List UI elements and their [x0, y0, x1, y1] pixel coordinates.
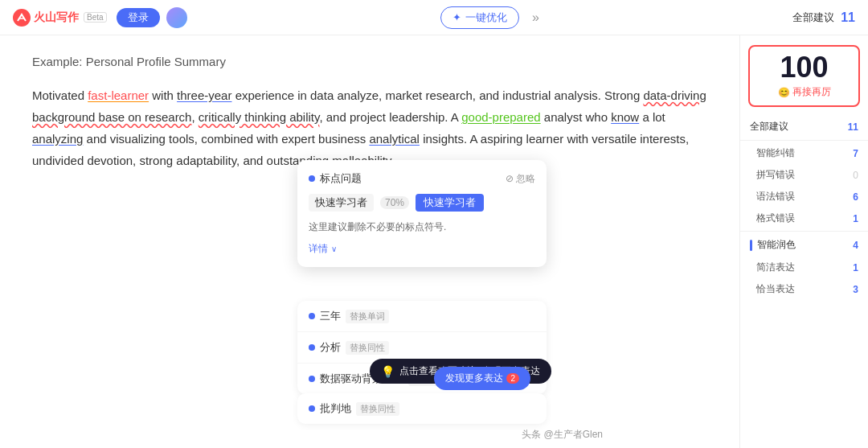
popup-title-area: 标点问题	[309, 171, 362, 186]
score-sub: 😊 再接再厉	[756, 85, 852, 99]
item-label-2: 分析	[320, 340, 341, 355]
word-critically-thinking[interactable]: critically thinking ability	[199, 110, 320, 124]
optimize-label: 一键优化	[465, 10, 507, 25]
tone-label-1: 恰当表达	[756, 282, 795, 296]
cat-item-appropriate[interactable]: 恰当表达 3	[740, 278, 868, 300]
last-item-label: 批判地	[320, 401, 351, 416]
discover-button[interactable]: 发现更多表达 2	[434, 367, 530, 390]
all-label: 全部建议	[750, 120, 788, 134]
popup-header: 标点问题 ⊘ 忽略	[309, 171, 535, 186]
main-area: Example: Personal Profile Summary Motiva…	[0, 35, 868, 448]
optimize-button[interactable]: ✦ 一键优化	[440, 6, 519, 29]
list-item[interactable]: 三年 替换单词	[297, 301, 547, 332]
last-item-tag: 替换同性	[356, 402, 399, 416]
ignore-label: 忽略	[516, 172, 535, 186]
right-categories: 全部建议 11 智能纠错 7 拼写错误 0 语法错误 6 格式错误 1	[740, 107, 868, 308]
item-tag-2: 替换同性	[346, 341, 389, 355]
suggestions-label: 全部建议	[792, 10, 834, 25]
cat-label-3: 格式错误	[756, 212, 795, 225]
original-word: 快速学习者	[309, 194, 374, 212]
all-suggestions-header[interactable]: 全部建议 11	[740, 115, 868, 138]
chevron-down-icon: ∨	[331, 245, 337, 253]
smart-tone-header[interactable]: 智能润色 4	[740, 233, 868, 257]
ignore-icon: ⊘	[506, 173, 514, 184]
beta-badge: Beta	[84, 12, 107, 23]
last-list-item[interactable]: 批判地 替换同性	[297, 393, 547, 424]
discover-label: 发现更多表达	[445, 372, 503, 385]
score-number: 100	[756, 53, 852, 82]
cat-count-2: 6	[853, 191, 858, 203]
smart-tone-label: 智能润色	[757, 238, 796, 252]
bulb-icon: 💡	[381, 365, 395, 378]
last-item-dot	[309, 405, 315, 412]
divider-2	[740, 231, 868, 232]
cat-label-2: 语法错误	[756, 190, 795, 203]
navbar-right: 全部建议 11	[792, 10, 855, 25]
all-count: 11	[848, 121, 858, 133]
score-sub-text: 再接再厉	[792, 85, 831, 99]
popup-detail[interactable]: 详情 ∨	[309, 242, 535, 256]
divider	[740, 140, 868, 141]
svg-point-0	[13, 9, 31, 27]
discover-badge: 2	[506, 373, 519, 384]
cat-item-grammar[interactable]: 语法错误 6	[740, 186, 868, 208]
tone-label-0: 简洁表达	[756, 261, 795, 274]
word-know[interactable]: know	[611, 110, 639, 124]
right-panel: 100 😊 再接再厉 全部建议 11 智能纠错 7 拼写错误 0 语法错误	[739, 35, 868, 448]
popup-title: 标点问题	[320, 171, 362, 186]
expand-button[interactable]: »	[532, 10, 539, 25]
popup-description: 这里建议删除不必要的标点符号.	[309, 220, 535, 234]
avatar[interactable]	[166, 7, 187, 28]
word-score: 70%	[380, 196, 409, 209]
word-analytical[interactable]: analytical	[369, 132, 420, 146]
item-dot	[309, 313, 315, 319]
login-button[interactable]: 登录	[117, 8, 160, 27]
section-bar	[750, 240, 752, 251]
doc-content[interactable]: Motivated fast-learner with three-year e…	[32, 84, 707, 171]
cat-count-0: 7	[853, 148, 858, 159]
cat-count-3: 1	[853, 213, 858, 224]
editor-area: Example: Personal Profile Summary Motiva…	[0, 35, 739, 448]
navbar-center: ✦ 一键优化 »	[187, 6, 793, 29]
cat-item-smart-correction[interactable]: 智能纠错 7	[740, 142, 868, 164]
cat-label-0: 智能纠错	[756, 146, 795, 160]
item-label-1: 三年	[320, 309, 341, 323]
cat-item-concise[interactable]: 简洁表达 1	[740, 257, 868, 278]
tone-count-1: 3	[853, 284, 858, 295]
cat-count-1: 0	[853, 170, 858, 181]
logo-text: 火山写作	[34, 10, 79, 25]
score-emoji: 😊	[778, 87, 790, 98]
suggestion-popup: 标点问题 ⊘ 忽略 快速学习者 70% 快速学习者 这里建议删除不必要的标点符号…	[297, 160, 547, 267]
word-three-year[interactable]: three-year	[177, 88, 231, 102]
word-row: 快速学习者 70% 快速学习者	[309, 194, 535, 212]
suggested-word[interactable]: 快速学习者	[416, 194, 484, 212]
cat-label-1: 拼写错误	[756, 168, 795, 182]
item-tag-1: 替换单词	[346, 310, 389, 323]
word-good-prepared[interactable]: good-prepared	[461, 110, 540, 124]
tone-count-0: 1	[853, 262, 858, 273]
optimize-icon: ✦	[452, 11, 461, 23]
logo-area: 火山写作 Beta	[13, 9, 107, 27]
cat-item-format[interactable]: 格式错误 1	[740, 208, 868, 229]
word-fast-learner[interactable]: fast-learner	[88, 88, 149, 102]
word-analyzing[interactable]: analyzing	[32, 132, 83, 146]
logo-icon	[13, 9, 31, 27]
watermark: 头条 @生产者Glen	[522, 428, 603, 442]
item-dot	[309, 376, 315, 382]
smart-tone-count: 4	[853, 240, 858, 251]
detail-label: 详情	[309, 242, 328, 256]
ignore-button[interactable]: ⊘ 忽略	[506, 172, 535, 186]
popup-dot	[309, 175, 315, 182]
doc-title: Example: Personal Profile Summary	[32, 55, 707, 68]
suggestions-count: 11	[841, 10, 855, 25]
cat-item-spelling[interactable]: 拼写错误 0	[740, 164, 868, 186]
item-dot	[309, 344, 315, 351]
score-box: 100 😊 再接再厉	[748, 45, 860, 107]
navbar: 火山写作 Beta 登录 ✦ 一键优化 » 全部建议 11	[0, 0, 868, 35]
